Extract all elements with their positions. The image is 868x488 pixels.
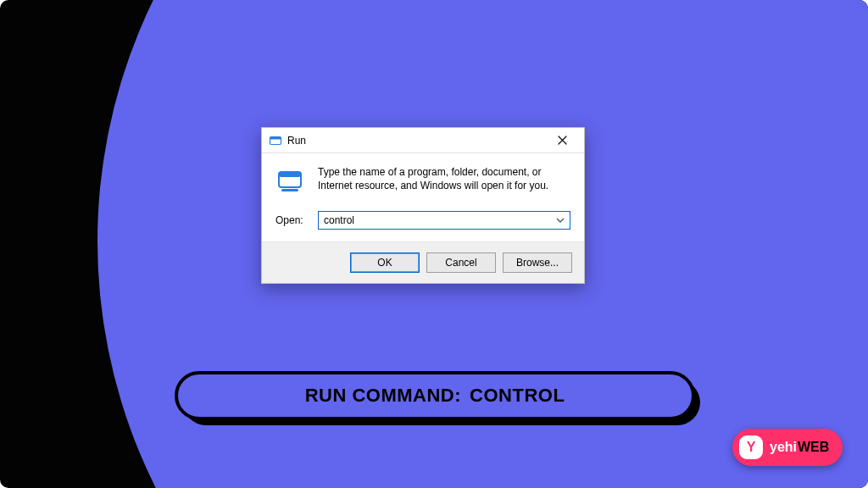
close-button[interactable] [545, 129, 579, 152]
dialog-body: Type the name of a program, folder, docu… [262, 153, 584, 241]
titlebar[interactable]: Run [262, 128, 584, 153]
brand-text: yehi WEB [770, 440, 829, 455]
open-label: Open: [275, 214, 309, 226]
brand-badge: Y yehi WEB [732, 429, 843, 466]
brand-text-part1: yehi [770, 440, 797, 455]
browse-button[interactable]: Browse... [503, 252, 572, 273]
run-title-icon [269, 134, 282, 147]
brand-mark-icon: Y [739, 435, 763, 459]
caption-pill: RUN COMMAND: CONTROL [175, 371, 695, 420]
svg-rect-1 [270, 136, 281, 139]
svg-rect-4 [281, 189, 298, 191]
open-combobox[interactable] [318, 211, 570, 230]
caption-value: CONTROL [470, 385, 565, 407]
svg-rect-3 [279, 172, 301, 177]
caption-prefix: RUN COMMAND: [305, 385, 461, 407]
brand-text-part2: WEB [798, 440, 829, 455]
run-app-icon [275, 165, 306, 196]
caption: RUN COMMAND: CONTROL [175, 371, 695, 420]
ok-button[interactable]: OK [350, 252, 420, 273]
dialog-button-row: OK Cancel Browse... [262, 241, 584, 283]
run-dialog: Run Type the name of a program, folder, … [261, 127, 585, 284]
open-input[interactable] [318, 211, 570, 230]
dialog-description: Type the name of a program, folder, docu… [318, 165, 570, 196]
close-icon [558, 136, 567, 145]
stage: Run Type the name of a program, folder, … [0, 0, 868, 488]
cancel-button[interactable]: Cancel [426, 252, 496, 273]
dialog-title: Run [287, 135, 545, 147]
